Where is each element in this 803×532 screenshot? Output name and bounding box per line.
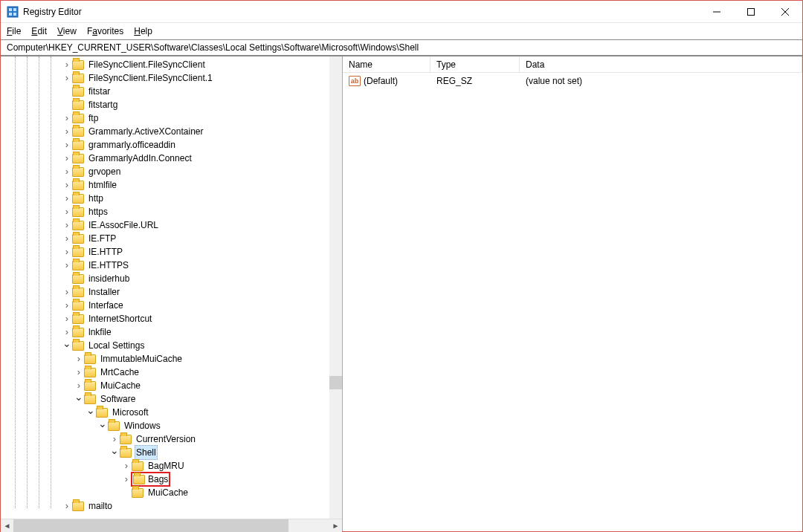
tree-node[interactable]: ›IE.HTTP bbox=[4, 245, 342, 259]
tree-node[interactable]: ›CurrentVersion bbox=[4, 432, 342, 446]
tree-node[interactable]: fitstar bbox=[4, 85, 342, 98]
tree-node[interactable]: ›ftp bbox=[4, 111, 342, 125]
tree-node[interactable]: ›IE.HTTPS bbox=[4, 259, 342, 272]
chevron-right-icon[interactable]: › bbox=[62, 138, 72, 152]
close-button[interactable] bbox=[768, 1, 802, 23]
chevron-right-icon[interactable]: › bbox=[62, 232, 72, 245]
tree-node[interactable]: ›Installer bbox=[4, 285, 342, 299]
list-body[interactable]: ab (Default) REG_SZ (value not set) bbox=[343, 73, 802, 531]
folder-icon bbox=[132, 488, 143, 498]
menu-favorites[interactable]: Favorites bbox=[87, 26, 123, 36]
vertical-scrollbar[interactable] bbox=[329, 56, 342, 519]
folder-icon bbox=[72, 261, 84, 270]
tree-node[interactable]: ›BagMRU bbox=[4, 459, 342, 473]
chevron-right-icon[interactable]: › bbox=[62, 165, 72, 178]
scroll-left-icon[interactable]: ◄ bbox=[1, 519, 13, 532]
chevron-right-icon[interactable]: › bbox=[62, 71, 72, 85]
tree-node[interactable]: ›Interface bbox=[4, 299, 342, 312]
value-name: (Default) bbox=[364, 76, 398, 86]
value-type: REG_SZ bbox=[430, 76, 520, 86]
tree-node[interactable]: ⌄Windows bbox=[4, 419, 342, 432]
menu-view[interactable]: View bbox=[57, 26, 77, 36]
tree-node[interactable]: ›MrtCache bbox=[4, 366, 342, 379]
tree-node-label: ftp bbox=[87, 111, 100, 125]
menu-help[interactable]: Help bbox=[134, 26, 152, 36]
chevron-right-icon[interactable]: › bbox=[62, 111, 72, 125]
tree-node-label: http bbox=[87, 192, 105, 205]
tree-node[interactable]: ›FileSyncClient.FileSyncClient.1 bbox=[4, 71, 342, 85]
col-header-type[interactable]: Type bbox=[430, 56, 520, 72]
tree-node[interactable]: ⌄Software bbox=[4, 392, 342, 406]
col-header-data[interactable]: Data bbox=[520, 56, 802, 72]
tree: ›FileSyncClient.FileSyncClient›FileSyncC… bbox=[1, 56, 342, 514]
minimize-button[interactable] bbox=[700, 1, 734, 23]
scrollbar-thumb[interactable] bbox=[13, 519, 288, 532]
tree-node[interactable]: ›lnkfile bbox=[4, 325, 342, 339]
col-header-name[interactable]: Name bbox=[343, 56, 430, 72]
horizontal-scrollbar[interactable]: ◄ ► bbox=[1, 519, 342, 531]
tree-node[interactable]: ›grammarly.officeaddin bbox=[4, 138, 342, 152]
chevron-down-icon[interactable]: ⌄ bbox=[109, 444, 120, 457]
tree-node-label: ImmutableMuiCache bbox=[99, 352, 184, 366]
chevron-right-icon[interactable]: › bbox=[62, 58, 72, 71]
list-row[interactable]: ab (Default) REG_SZ (value not set) bbox=[343, 74, 802, 88]
tree-node[interactable]: ›Bags bbox=[4, 473, 342, 486]
chevron-down-icon[interactable]: ⌄ bbox=[62, 337, 72, 350]
chevron-right-icon[interactable]: › bbox=[62, 245, 72, 259]
chevron-right-icon[interactable]: › bbox=[121, 459, 132, 473]
folder-icon bbox=[96, 408, 108, 418]
address-bar[interactable]: Computer\HKEY_CURRENT_USER\Software\Clas… bbox=[1, 39, 802, 56]
chevron-right-icon[interactable]: › bbox=[62, 312, 72, 325]
chevron-right-icon[interactable]: › bbox=[62, 285, 72, 299]
chevron-right-icon[interactable]: › bbox=[121, 473, 132, 486]
chevron-right-icon[interactable]: › bbox=[62, 192, 72, 205]
chevron-right-icon[interactable]: › bbox=[62, 499, 72, 513]
folder-icon bbox=[72, 341, 84, 351]
tree-node[interactable]: ›FileSyncClient.FileSyncClient bbox=[4, 58, 342, 71]
folder-icon bbox=[72, 167, 84, 177]
tree-node[interactable]: ›Grammarly.ActiveXContainer bbox=[4, 125, 342, 138]
maximize-button[interactable] bbox=[734, 1, 768, 23]
tree-node[interactable]: ›grvopen bbox=[4, 165, 342, 178]
tree-node[interactable]: ›mailto bbox=[4, 499, 342, 513]
svg-rect-6 bbox=[748, 8, 755, 15]
tree-node[interactable]: ⌄Microsoft bbox=[4, 406, 342, 419]
chevron-right-icon[interactable]: › bbox=[62, 178, 72, 192]
menu-edit[interactable]: Edit bbox=[31, 26, 47, 36]
tree-node-label: mailto bbox=[87, 499, 114, 513]
chevron-right-icon[interactable]: › bbox=[74, 352, 84, 366]
chevron-right-icon[interactable]: › bbox=[74, 366, 84, 379]
tree-node-label: FileSyncClient.FileSyncClient bbox=[87, 58, 207, 71]
scrollbar-thumb[interactable] bbox=[329, 376, 342, 389]
tree-scroll[interactable]: ›FileSyncClient.FileSyncClient›FileSyncC… bbox=[1, 56, 342, 519]
tree-node-label: grvopen bbox=[87, 165, 122, 178]
registry-editor-window: Registry Editor File Edit View Favorites… bbox=[0, 0, 803, 532]
tree-node[interactable]: ›https bbox=[4, 205, 342, 218]
tree-node[interactable]: insiderhub bbox=[4, 272, 342, 285]
tree-node[interactable]: ›http bbox=[4, 192, 342, 205]
tree-node[interactable]: fitstartg bbox=[4, 98, 342, 111]
tree-node[interactable]: ›IE.AssocFile.URL bbox=[4, 218, 342, 232]
tree-node[interactable]: ›htmlfile bbox=[4, 178, 342, 192]
tree-node-highlighted[interactable]: Bags bbox=[132, 473, 170, 486]
tree-node[interactable]: ›ImmutableMuiCache bbox=[4, 352, 342, 366]
chevron-right-icon[interactable]: › bbox=[62, 259, 72, 272]
tree-node-label: Shell bbox=[135, 445, 158, 460]
tree-node[interactable]: MuiCache bbox=[4, 486, 342, 499]
chevron-down-icon[interactable]: ⌄ bbox=[97, 417, 108, 430]
tree-node[interactable]: ›MuiCache bbox=[4, 379, 342, 392]
chevron-down-icon[interactable]: ⌄ bbox=[74, 390, 84, 403]
chevron-right-icon[interactable]: › bbox=[62, 218, 72, 232]
tree-node[interactable]: ›IE.FTP bbox=[4, 232, 342, 245]
chevron-down-icon[interactable]: ⌄ bbox=[86, 403, 96, 417]
scroll-right-icon[interactable]: ► bbox=[329, 519, 342, 532]
chevron-right-icon[interactable]: › bbox=[62, 299, 72, 312]
tree-node[interactable]: ›GrammarlyAddIn.Connect bbox=[4, 152, 342, 165]
tree-node[interactable]: ›InternetShortcut bbox=[4, 312, 342, 325]
chevron-right-icon[interactable]: › bbox=[62, 152, 72, 165]
tree-node[interactable]: ⌄Shell bbox=[4, 446, 342, 459]
chevron-right-icon[interactable]: › bbox=[62, 205, 72, 218]
tree-node[interactable]: ⌄Local Settings bbox=[4, 339, 342, 352]
chevron-right-icon[interactable]: › bbox=[62, 125, 72, 138]
menu-file[interactable]: File bbox=[7, 26, 21, 36]
